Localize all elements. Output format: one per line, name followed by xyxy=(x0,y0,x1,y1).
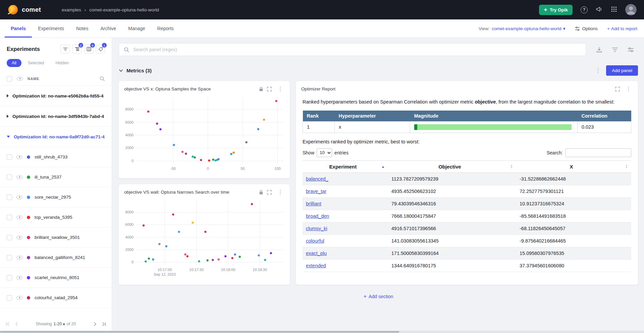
previous-page-icon[interactable] xyxy=(14,322,19,326)
settings-sliders-icon[interactable] xyxy=(628,47,634,53)
visibility-icon[interactable] xyxy=(16,296,22,300)
experiment-link[interactable]: clumsy_ki xyxy=(306,226,327,231)
group-by-button[interactable]: 2 xyxy=(72,45,82,54)
filter-lines-icon[interactable] xyxy=(612,47,618,53)
visibility-icon[interactable] xyxy=(16,256,22,260)
visibility-icon[interactable] xyxy=(16,236,22,240)
experiment-row[interactable]: sore_nectar_2975 xyxy=(0,187,112,207)
panel-search-input[interactable] xyxy=(119,43,586,56)
visibility-icon[interactable] xyxy=(16,195,22,199)
experiment-checkbox[interactable] xyxy=(7,275,12,280)
x-cell: 15.09580307976535 xyxy=(516,247,631,259)
objective-cell: 79.43039546346316 xyxy=(388,197,516,210)
experiment-link[interactable]: colourful xyxy=(306,238,324,244)
pill-all[interactable]: All xyxy=(7,59,21,67)
tags-button[interactable]: 1 xyxy=(96,45,105,54)
tab-panels[interactable]: Panels xyxy=(5,19,32,38)
export-icon[interactable] xyxy=(596,47,602,53)
tab-notes[interactable]: Notes xyxy=(70,19,95,38)
experiment-row[interactable]: top_veranda_5395 xyxy=(0,207,112,227)
add-panel-button[interactable]: Add panel xyxy=(606,65,638,76)
optimization-group[interactable]: Optimization Id: no-name-3df5943b-7abd-4 xyxy=(0,106,112,127)
sort-icon[interactable]: ▲▼ xyxy=(625,164,628,169)
section-kebab-menu[interactable]: ⋮ xyxy=(593,67,603,74)
experiment-row[interactable]: still_shrub_4733 xyxy=(0,147,112,167)
first-page-icon[interactable] xyxy=(5,322,10,326)
visibility-icon[interactable] xyxy=(16,175,22,179)
experiment-link[interactable]: balanced_ xyxy=(306,176,328,182)
pill-selected[interactable]: Selected xyxy=(23,59,49,67)
x-cell: 72.25277579301121 xyxy=(516,185,631,197)
user-avatar[interactable] xyxy=(625,4,637,15)
table-search-input[interactable] xyxy=(566,148,631,157)
announcements-button[interactable] xyxy=(596,6,603,14)
last-page-icon[interactable] xyxy=(102,322,106,326)
add-to-report-button[interactable]: + Add to report xyxy=(607,26,637,31)
experiment-link[interactable]: broad_den xyxy=(306,213,329,219)
apps-grid-button[interactable] xyxy=(611,6,617,14)
sort-ascending-icon[interactable]: ▲ xyxy=(381,165,385,169)
metrics-section-title[interactable]: Metrics (3) xyxy=(126,68,152,73)
comet-logo[interactable]: comet xyxy=(7,4,41,15)
scrollbar-thumb[interactable] xyxy=(0,331,399,333)
expand-icon[interactable] xyxy=(615,87,620,91)
horizontal-scrollbar[interactable] xyxy=(0,331,644,333)
tab-experiments[interactable]: Experiments xyxy=(32,19,70,38)
select-all-checkbox[interactable] xyxy=(7,76,12,81)
experiment-link[interactable]: brave_tar xyxy=(306,189,326,194)
filter-button[interactable] xyxy=(61,45,70,54)
experiment-row[interactable]: brilliant_swallow_3501 xyxy=(0,227,112,248)
logo-wordmark: comet xyxy=(22,6,41,13)
experiment-row[interactable]: balanced_galliform_8241 xyxy=(0,248,112,268)
lock-icon[interactable] xyxy=(259,190,263,195)
search-icon[interactable] xyxy=(99,76,105,81)
visibility-all-icon[interactable] xyxy=(17,77,23,81)
experiment-link[interactable]: extended xyxy=(306,263,326,268)
tab-manage[interactable]: Manage xyxy=(122,19,151,38)
breadcrumb-workspace-link[interactable]: examples xyxy=(62,7,81,12)
tab-reports[interactable]: Reports xyxy=(151,19,180,38)
experiment-checkbox[interactable] xyxy=(7,195,12,200)
svg-text:100: 100 xyxy=(274,166,280,171)
visibility-icon[interactable] xyxy=(16,155,22,159)
experiment-checkbox[interactable] xyxy=(7,295,12,301)
optimization-group-expanded[interactable]: Optimization Id: no-name-0a9f72d0-ac71-4 xyxy=(0,127,112,147)
visibility-icon[interactable] xyxy=(16,215,22,219)
experiment-checkbox[interactable] xyxy=(7,154,12,160)
table-row: extended 1344.640916780175 37.3794560160… xyxy=(303,259,631,272)
add-section-button[interactable]: + Add section xyxy=(364,293,393,299)
experiment-checkbox[interactable] xyxy=(7,175,12,180)
experiment-row[interactable]: scarlet_neutrino_8051 xyxy=(0,268,112,288)
experiment-link[interactable]: exact_plu xyxy=(306,251,327,256)
expand-icon[interactable] xyxy=(267,190,272,195)
try-opik-button[interactable]: ✦ Try Opik xyxy=(539,5,573,15)
options-button[interactable]: Options xyxy=(575,26,598,31)
lock-icon[interactable] xyxy=(259,87,263,91)
panel-kebab-menu[interactable]: ⋮ xyxy=(624,85,633,92)
experiment-column-header[interactable]: Experiment▲ xyxy=(303,160,388,173)
pill-hidden[interactable]: Hidden xyxy=(51,59,74,67)
sort-icon[interactable]: ▲▼ xyxy=(510,164,513,169)
chevron-down-icon[interactable] xyxy=(119,68,123,73)
experiment-row[interactable]: colourful_salad_2954 xyxy=(0,288,112,308)
help-button[interactable]: ? xyxy=(581,6,588,13)
optimizer-report-body: Ranked hyperparameters based on Spearman… xyxy=(296,94,638,272)
experiment-checkbox[interactable] xyxy=(7,215,12,220)
panel-kebab-menu[interactable]: ⋮ xyxy=(275,85,285,92)
page-range-dropdown[interactable]: 1-20 ▾ xyxy=(53,322,65,327)
tab-archive[interactable]: Archive xyxy=(95,19,122,38)
experiment-row[interactable]: ill_tuna_2537 xyxy=(0,167,112,187)
page-size-select[interactable]: 10 xyxy=(317,148,332,157)
experiment-checkbox[interactable] xyxy=(7,255,12,260)
objective-column-header[interactable]: Objective▲▼ xyxy=(388,160,516,173)
panel-kebab-menu[interactable]: ⋮ xyxy=(275,189,285,196)
view-dropdown[interactable]: comet-example-optuna-hello-world ▾ xyxy=(492,26,566,31)
columns-button[interactable]: 9 xyxy=(84,45,93,54)
optimization-group[interactable]: Optimization Id: no-name-e5062b8a-fd55-4 xyxy=(0,86,112,106)
x-column-header[interactable]: X▲▼ xyxy=(516,160,631,173)
experiment-checkbox[interactable] xyxy=(7,235,12,240)
visibility-icon[interactable] xyxy=(16,276,22,280)
experiment-link[interactable]: brilliant xyxy=(306,201,321,206)
expand-icon[interactable] xyxy=(267,87,272,91)
next-page-icon[interactable] xyxy=(93,322,97,326)
